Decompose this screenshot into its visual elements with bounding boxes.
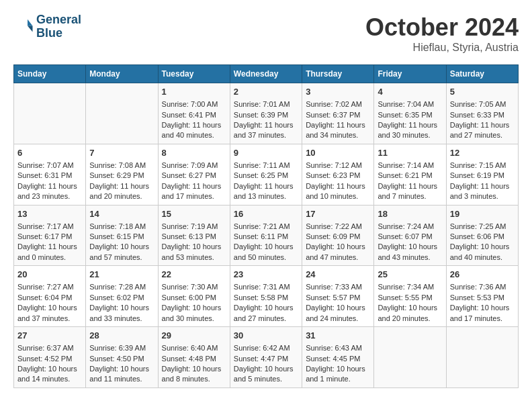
day-number: 25 — [378, 269, 442, 281]
sunrise-text: Sunrise: 7:21 AM — [234, 222, 290, 230]
weekday-header: Sunday — [14, 65, 86, 83]
sunset-text: Sunset: 6:29 PM — [89, 171, 144, 179]
sunset-text: Sunset: 4:50 PM — [89, 355, 144, 363]
day-number: 14 — [89, 208, 154, 220]
daylight-text: Daylight: 10 hours and 57 minutes. — [89, 242, 149, 261]
sunrise-text: Sunrise: 7:18 AM — [89, 222, 146, 230]
day-number: 23 — [234, 269, 298, 281]
sunrise-text: Sunrise: 6:42 AM — [234, 344, 290, 352]
daylight-text: Daylight: 11 hours and 30 minutes. — [378, 121, 437, 139]
sunset-text: Sunset: 5:58 PM — [234, 293, 288, 302]
sunset-text: Sunset: 4:47 PM — [234, 355, 288, 363]
daylight-text: Daylight: 11 hours and 13 minutes. — [234, 182, 294, 200]
calendar-day-cell: 29Sunrise: 6:40 AMSunset: 4:48 PMDayligh… — [158, 327, 230, 388]
calendar-day-cell: 5Sunrise: 7:05 AMSunset: 6:33 PMDaylight… — [446, 83, 518, 144]
sunset-text: Sunset: 6:35 PM — [378, 111, 432, 119]
calendar-day-cell: 21Sunrise: 7:28 AMSunset: 6:02 PMDayligh… — [86, 266, 158, 327]
day-number: 10 — [306, 147, 370, 159]
calendar-day-cell — [14, 83, 86, 144]
sunset-text: Sunset: 6:06 PM — [450, 232, 504, 240]
calendar-day-cell: 4Sunrise: 7:04 AMSunset: 6:35 PMDaylight… — [374, 83, 446, 144]
sunrise-text: Sunrise: 7:30 AM — [162, 283, 218, 291]
daylight-text: Daylight: 11 hours and 37 minutes. — [234, 121, 294, 139]
daylight-text: Daylight: 10 hours and 27 minutes. — [234, 304, 294, 322]
sunset-text: Sunset: 6:13 PM — [162, 232, 216, 240]
daylight-text: Daylight: 10 hours and 43 minutes. — [378, 242, 437, 261]
day-number: 3 — [306, 86, 370, 98]
calendar-day-cell: 1Sunrise: 7:00 AMSunset: 6:41 PMDaylight… — [158, 83, 230, 144]
calendar-day-cell: 7Sunrise: 7:08 AMSunset: 6:29 PMDaylight… — [86, 144, 158, 205]
sunset-text: Sunset: 6:23 PM — [306, 171, 360, 179]
day-number: 22 — [162, 269, 226, 281]
weekday-header: Friday — [374, 65, 446, 83]
calendar-day-cell: 17Sunrise: 7:22 AMSunset: 6:09 PMDayligh… — [302, 205, 374, 266]
daylight-text: Daylight: 10 hours and 47 minutes. — [306, 242, 365, 261]
sunrise-text: Sunrise: 7:05 AM — [450, 100, 506, 108]
sunrise-text: Sunrise: 7:19 AM — [162, 222, 218, 230]
day-number: 31 — [306, 330, 370, 342]
daylight-text: Daylight: 11 hours and 10 minutes. — [306, 182, 365, 200]
day-number: 19 — [450, 208, 515, 220]
weekday-header: Tuesday — [158, 65, 230, 83]
sunrise-text: Sunrise: 7:36 AM — [450, 283, 506, 291]
day-number: 7 — [89, 147, 154, 159]
daylight-text: Daylight: 10 hours and 40 minutes. — [450, 242, 510, 261]
daylight-text: Daylight: 11 hours and 20 minutes. — [89, 182, 149, 200]
sunset-text: Sunset: 6:04 PM — [17, 293, 72, 302]
calendar-day-cell: 23Sunrise: 7:31 AMSunset: 5:58 PMDayligh… — [230, 266, 302, 327]
sunset-text: Sunset: 6:27 PM — [162, 171, 216, 179]
day-number: 29 — [162, 330, 226, 342]
month-title: October 2024 — [365, 13, 519, 42]
logo-text: General Blue — [36, 13, 81, 40]
calendar-day-cell: 2Sunrise: 7:01 AMSunset: 6:39 PMDaylight… — [230, 83, 302, 144]
day-number: 18 — [378, 208, 442, 220]
calendar-day-cell: 8Sunrise: 7:09 AMSunset: 6:27 PMDaylight… — [158, 144, 230, 205]
logo: General Blue — [13, 13, 81, 40]
calendar-day-cell: 25Sunrise: 7:34 AMSunset: 5:55 PMDayligh… — [374, 266, 446, 327]
calendar-day-cell: 16Sunrise: 7:21 AMSunset: 6:11 PMDayligh… — [230, 205, 302, 266]
sunrise-text: Sunrise: 7:25 AM — [450, 222, 506, 230]
day-number: 11 — [378, 147, 442, 159]
daylight-text: Daylight: 10 hours and 20 minutes. — [378, 304, 437, 322]
sunrise-text: Sunrise: 7:12 AM — [306, 161, 362, 169]
calendar-day-cell: 18Sunrise: 7:24 AMSunset: 6:07 PMDayligh… — [374, 205, 446, 266]
sunrise-text: Sunrise: 7:14 AM — [378, 161, 434, 169]
sunrise-text: Sunrise: 6:39 AM — [89, 344, 146, 352]
calendar-day-cell: 20Sunrise: 7:27 AMSunset: 6:04 PMDayligh… — [14, 266, 86, 327]
sunset-text: Sunset: 4:48 PM — [162, 355, 216, 363]
daylight-text: Daylight: 11 hours and 40 minutes. — [162, 121, 222, 139]
sunrise-text: Sunrise: 7:04 AM — [378, 100, 434, 108]
sunset-text: Sunset: 6:25 PM — [234, 171, 288, 179]
calendar-day-cell: 9Sunrise: 7:11 AMSunset: 6:25 PMDaylight… — [230, 144, 302, 205]
sunrise-text: Sunrise: 7:31 AM — [234, 283, 290, 291]
daylight-text: Daylight: 11 hours and 34 minutes. — [306, 121, 365, 139]
sunrise-text: Sunrise: 7:11 AM — [234, 161, 290, 169]
day-number: 30 — [234, 330, 298, 342]
sunrise-text: Sunrise: 7:22 AM — [306, 222, 362, 230]
calendar-week-row: 6Sunrise: 7:07 AMSunset: 6:31 PMDaylight… — [14, 144, 519, 205]
day-number: 9 — [234, 147, 298, 159]
sunset-text: Sunset: 5:53 PM — [450, 293, 504, 302]
logo-line1: General — [36, 13, 81, 27]
calendar-day-cell: 22Sunrise: 7:30 AMSunset: 6:00 PMDayligh… — [158, 266, 230, 327]
day-number: 17 — [306, 208, 370, 220]
daylight-text: Daylight: 10 hours and 8 minutes. — [162, 365, 222, 383]
calendar-day-cell: 13Sunrise: 7:17 AMSunset: 6:17 PMDayligh… — [14, 205, 86, 266]
daylight-text: Daylight: 10 hours and 53 minutes. — [162, 242, 222, 261]
sunset-text: Sunset: 6:09 PM — [306, 232, 360, 240]
sunset-text: Sunset: 6:39 PM — [234, 111, 288, 119]
calendar-day-cell — [446, 327, 518, 388]
calendar-day-cell: 30Sunrise: 6:42 AMSunset: 4:47 PMDayligh… — [230, 327, 302, 388]
weekday-header: Saturday — [446, 65, 518, 83]
calendar-day-cell: 28Sunrise: 6:39 AMSunset: 4:50 PMDayligh… — [86, 327, 158, 388]
calendar-day-cell: 11Sunrise: 7:14 AMSunset: 6:21 PMDayligh… — [374, 144, 446, 205]
weekday-header-row: SundayMondayTuesdayWednesdayThursdayFrid… — [14, 65, 519, 83]
sunset-text: Sunset: 6:15 PM — [89, 232, 144, 240]
daylight-text: Daylight: 11 hours and 0 minutes. — [17, 242, 77, 261]
sunrise-text: Sunrise: 7:33 AM — [306, 283, 362, 291]
day-number: 1 — [162, 86, 226, 98]
page-header: General Blue October 2024 Hieflau, Styri… — [13, 13, 519, 54]
sunrise-text: Sunrise: 7:27 AM — [17, 283, 74, 291]
daylight-text: Daylight: 10 hours and 17 minutes. — [450, 304, 510, 322]
sunset-text: Sunset: 6:33 PM — [450, 111, 504, 119]
